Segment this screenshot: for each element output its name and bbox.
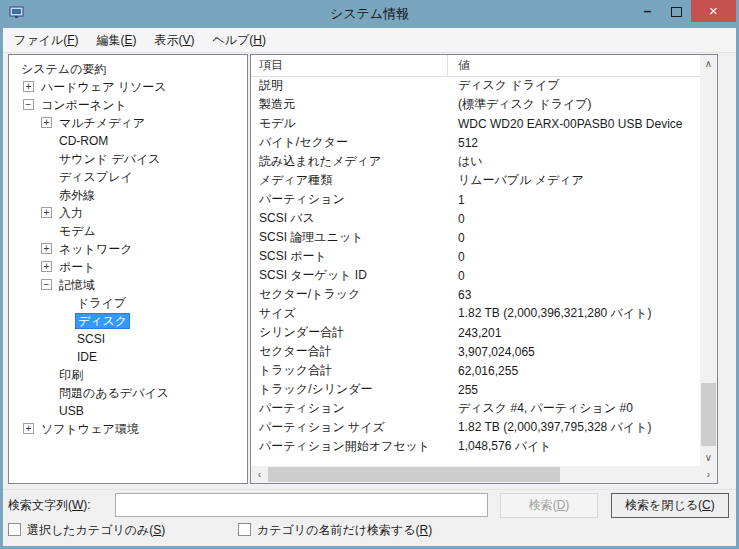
expander-closed-icon[interactable]: + [23,423,34,434]
search-string-label: 検索文字列(W): [8,493,91,517]
tree-item-label: USB [57,404,86,418]
column-header-item[interactable]: 項目 [251,55,448,76]
value-cell: 1.82 TB (2,000,396,321,280 バイト) [448,305,700,322]
menu-item-edit[interactable]: 編集(E) [87,29,145,52]
table-row[interactable]: パーティション1 [251,190,700,209]
table-row[interactable]: 製造元(標準ディスク ドライブ) [251,95,700,114]
tree-item-infrared[interactable]: 赤外線 [9,186,247,204]
horizontal-scrollbar-thumb[interactable] [268,467,560,482]
scroll-down-icon[interactable]: ∨ [700,449,717,466]
menu-item-file[interactable]: ファイル(F) [5,29,87,52]
tree-item-ide[interactable]: IDE [9,348,247,366]
expander-closed-icon[interactable]: + [41,207,52,218]
close-search-button[interactable]: 検索を閉じる(C) [611,493,729,518]
maximize-icon[interactable] [662,0,691,22]
close-icon[interactable]: × [691,0,736,22]
vertical-scrollbar[interactable]: ∧ ∨ [700,55,717,466]
tree-item-modem[interactable]: モデム [9,222,247,240]
value-cell: 3,907,024,065 [448,345,700,359]
item-cell: セクター/トラック [251,286,448,303]
value-cell: 512 [448,136,700,150]
tree-item-software-environment[interactable]: +ソフトウェア環境 [9,420,247,438]
tree-item-display[interactable]: ディスプレイ [9,168,247,186]
tree-item-label: 記憶域 [57,278,97,292]
details-list: 項目 値 説明ディスク ドライブ製造元(標準ディスク ドライブ)モデルWDC W… [250,54,718,484]
item-cell: 製造元 [251,96,448,113]
search-input[interactable] [115,493,488,517]
expander-open-icon[interactable]: − [41,279,52,290]
table-row[interactable]: シリンダー合計243,201 [251,323,700,342]
tree-item-ports[interactable]: +ポート [9,258,247,276]
value-cell: 255 [448,383,700,397]
item-cell: パーティション [251,400,448,417]
vertical-scrollbar-thumb[interactable] [701,383,716,446]
table-row[interactable]: セクター/トラック63 [251,285,700,304]
tree-item-label: SCSI [75,332,107,346]
table-row[interactable]: パーティション開始オフセット1,048,576 バイト [251,437,700,456]
search-button[interactable]: 検索(D) [500,493,598,518]
table-row[interactable]: トラック合計62,016,255 [251,361,700,380]
expander-closed-icon[interactable]: + [41,261,52,272]
tree-item-system-summary[interactable]: システムの要約 [9,60,247,78]
tree-item-drives[interactable]: ドライブ [9,294,247,312]
table-row[interactable]: パーティション サイズ1.82 TB (2,000,397,795,328 バイ… [251,418,700,437]
expander-closed-icon[interactable]: + [23,81,34,92]
scroll-up-icon[interactable]: ∧ [700,55,717,72]
search-area-separator [3,489,736,490]
tree-item-scsi[interactable]: SCSI [9,330,247,348]
table-row[interactable]: バイト/セクター512 [251,133,700,152]
value-cell: 1,048,576 バイト [448,438,700,455]
table-row[interactable]: SCSI ポート0 [251,247,700,266]
tree-item-components[interactable]: −コンポーネント [9,96,247,114]
item-cell: SCSI ポート [251,248,448,265]
scroll-right-icon[interactable]: › [700,466,717,483]
checkbox-category-names-only[interactable] [238,523,251,536]
table-row[interactable]: トラック/シリンダー255 [251,380,700,399]
tree-item-network[interactable]: +ネットワーク [9,240,247,258]
value-cell: ディスク #4, パーティション #0 [448,400,700,417]
tree-item-label: ソフトウェア環境 [39,422,141,436]
menu-item-help[interactable]: ヘルプ(H) [204,29,276,52]
tree-item-label: ドライブ [75,296,128,310]
table-row[interactable]: SCSI バス0 [251,209,700,228]
table-row[interactable]: パーティションディスク #4, パーティション #0 [251,399,700,418]
checkbox-selected-category-only[interactable] [8,523,21,536]
menu-item-view[interactable]: 表示(V) [145,29,203,52]
details-list-header: 項目 値 [251,55,700,77]
tree-item-label: 問題のあるデバイス [57,386,171,400]
expander-closed-icon[interactable]: + [41,117,52,128]
expander-open-icon[interactable]: − [23,99,34,110]
tree-item-multimedia[interactable]: +マルチメディア [9,114,247,132]
tree-item-label: ハードウェア リソース [39,80,169,94]
tree-item-input[interactable]: +入力 [9,204,247,222]
table-row[interactable]: サイズ1.82 TB (2,000,396,321,280 バイト) [251,304,700,323]
expander-closed-icon[interactable]: + [41,243,52,254]
tree-item-storage[interactable]: −記憶域 [9,276,247,294]
table-row[interactable]: SCSI 論理ユニット0 [251,228,700,247]
system-info-window: システム情報 – × ファイル(F)編集(E)表示(V)ヘルプ(H) システムの… [0,0,739,549]
tree-item-sound-devices[interactable]: サウンド デバイス [9,150,247,168]
tree-item-printing[interactable]: 印刷 [9,366,247,384]
tree-item-disks[interactable]: ディスク [9,312,247,330]
scroll-left-icon[interactable]: ‹ [251,466,268,483]
table-row[interactable]: メディア種類リムーバブル メディア [251,171,700,190]
tree-item-label: ディスプレイ [57,170,135,184]
item-cell: パーティション開始オフセット [251,438,448,455]
tree-item-usb[interactable]: USB [9,402,247,420]
column-header-value[interactable]: 値 [448,55,700,76]
tree-item-label: マルチメディア [57,116,147,130]
table-row[interactable]: モデルWDC WD20 EARX-00PASB0 USB Device [251,114,700,133]
details-list-body: 説明ディスク ドライブ製造元(標準ディスク ドライブ)モデルWDC WD20 E… [251,76,700,466]
table-row[interactable]: 読み込まれたメディアはい [251,152,700,171]
tree-item-label: ディスク [75,313,130,329]
tree-item-problem-devices[interactable]: 問題のあるデバイス [9,384,247,402]
minimize-icon[interactable]: – [633,0,662,22]
tree-item-hardware-resources[interactable]: +ハードウェア リソース [9,78,247,96]
window-title: システム情報 [0,0,739,28]
item-cell: SCSI バス [251,210,448,227]
table-row[interactable]: セクター合計3,907,024,065 [251,342,700,361]
tree-item-cd-rom[interactable]: CD-ROM [9,132,247,150]
table-row[interactable]: SCSI ターゲット ID0 [251,266,700,285]
table-row[interactable]: 説明ディスク ドライブ [251,76,700,95]
horizontal-scrollbar[interactable]: ‹ › [251,466,717,483]
